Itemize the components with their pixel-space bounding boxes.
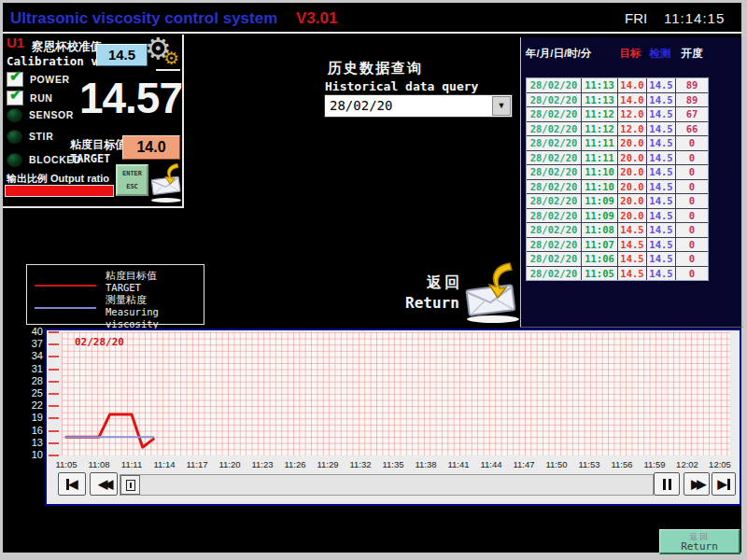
x-tick-label: 11:59 [639,459,670,469]
return-label-zh: 返回 [427,273,462,293]
history-cell-target: 20.0 [618,165,647,179]
hmi-screen: Ultrasonic viscosity control system V3.0… [0,0,747,560]
return-shortcut[interactable]: 返回 Return [400,259,532,327]
legend-target-en: TARGET [106,282,141,294]
calibration-value-field[interactable]: 14.5 [96,44,148,66]
bar-icon [727,479,730,490]
history-table: 28/02/2011:1314.014.58928/02/2011:1314.0… [526,77,709,281]
col-header-opening: 开度 [675,47,709,61]
calibration-label-zh: 察恩杯校准值 [32,39,102,55]
output-ratio-label: 输出比例 Output ratio [7,172,109,186]
history-row: 28/02/2011:0920.014.50 [527,194,708,209]
esc-label: ESC [126,182,138,191]
history-cell-target: 12.0 [618,107,647,121]
history-cell-date: 28/02/20 [527,93,582,107]
y-tick-mark [49,405,59,407]
x-tick-label: 11:47 [508,459,540,469]
y-tick-mark [49,442,59,444]
y-tick-mark [49,393,59,395]
history-cell-measure: 14.5 [647,194,676,208]
legend-measured-en: Measuring viscosity [106,306,204,330]
history-cell-time: 11:13 [582,78,618,92]
history-row: 28/02/2011:1020.014.50 [527,180,708,195]
envelope-shadow [467,315,519,323]
enter-label: ENTER [122,169,142,178]
history-table-header: 年/月/日/时/分 目标 检测 开度 [526,47,709,61]
history-cell-open: 0 [676,238,708,252]
history-cell-target: 14.5 [618,267,647,281]
history-cell-date: 28/02/20 [527,78,582,92]
query-title-en: Historical data query [325,79,478,93]
slider-thumb-icon [126,480,135,491]
history-cell-date: 28/02/20 [527,180,582,194]
skip-end-button[interactable]: ▶ [712,472,736,496]
history-cell-open: 0 [676,180,708,194]
history-cell-time: 11:12 [582,122,618,136]
y-tick-mark [49,343,59,345]
history-cell-date: 28/02/20 [527,136,582,150]
history-cell-time: 11:10 [582,180,618,194]
timeline-scrollbar-thumb[interactable] [120,475,140,495]
return-button[interactable]: 返回 Return [659,529,740,554]
skip-start-icon: ◀ [69,477,78,491]
history-cell-target: 14.5 [618,238,647,252]
target-label-en: TARGET [70,152,110,165]
enter-esc-button[interactable]: ENTER ESC [116,164,148,196]
chevron-down-icon[interactable]: ▼ [492,96,511,116]
settings-gear-icon[interactable]: ⚙ ⚙ [143,35,184,74]
stir-indicator: STIR [7,128,53,145]
y-tick-mark [49,331,59,333]
legend-measured-line [35,307,96,309]
history-cell-target: 20.0 [618,209,647,223]
history-cell-time: 11:09 [582,194,618,208]
unit-panel: U1 察恩杯校准值 Calibration value 14.5 ⚙ ⚙ POW… [3,35,184,208]
skip-end-icon: ▶ [718,477,727,491]
chart-legend: 粘度目标值 TARGET 测量粘度 Measuring viscosity [26,264,204,325]
history-cell-date: 28/02/20 [527,267,582,281]
y-tick-label: 22 [17,399,43,411]
history-cell-measure: 14.5 [647,252,676,266]
return-button-label-en: Return [660,541,739,553]
history-cell-open: 0 [676,267,708,281]
fast-forward-button[interactable]: ▶▶ [684,472,710,496]
history-cell-time: 11:12 [582,107,618,121]
history-cell-target: 20.0 [618,151,647,165]
history-row: 28/02/2011:1314.014.589 [527,78,708,93]
history-cell-open: 0 [676,252,708,266]
date-select[interactable]: 28/02/20 ▼ [324,94,513,118]
x-tick-label: 11:53 [573,459,605,469]
history-cell-open: 89 [676,78,708,92]
history-row: 28/02/2011:0814.514.50 [527,223,708,238]
timeline-scrollbar-track[interactable] [120,474,654,496]
return-envelope-icon[interactable] [461,259,521,319]
history-cell-date: 28/02/20 [527,165,582,179]
history-cell-time: 11:13 [582,93,618,107]
history-cell-date: 28/02/20 [527,252,582,266]
history-row: 28/02/2011:1314.014.589 [527,93,708,108]
target-value-field[interactable]: 14.0 [122,135,180,160]
query-title-zh: 历史数据查询 [328,60,423,77]
x-tick-label: 11:08 [83,459,115,469]
y-tick-mark [49,356,59,357]
x-tick-label: 11:50 [541,459,572,469]
history-cell-measure: 14.5 [647,209,676,223]
x-tick-label: 12:02 [671,459,703,469]
rewind-button[interactable]: ◀◀ [90,472,118,496]
skip-start-button[interactable]: ◀ [58,472,86,496]
y-tick-mark [49,381,59,383]
y-tick-label: 10 [17,449,43,460]
legend-measured-zh: 测量粘度 [106,294,147,306]
pause-button[interactable] [654,472,680,496]
mail-shortcut-icon[interactable] [148,161,184,198]
gear-underline [156,69,180,71]
output-ratio-bar [5,185,114,197]
history-cell-date: 28/02/20 [527,107,582,121]
x-tick-label: 11:56 [606,459,638,469]
app-version: V3.01 [296,9,337,28]
history-row: 28/02/2011:1020.014.50 [527,165,708,180]
rewind-icon: ◀◀ [98,477,109,491]
y-tick-label: 40 [17,326,43,337]
x-tick-label: 11:41 [443,459,474,469]
y-tick-label: 28 [17,375,43,386]
history-row: 28/02/2011:0714.514.50 [527,238,708,253]
